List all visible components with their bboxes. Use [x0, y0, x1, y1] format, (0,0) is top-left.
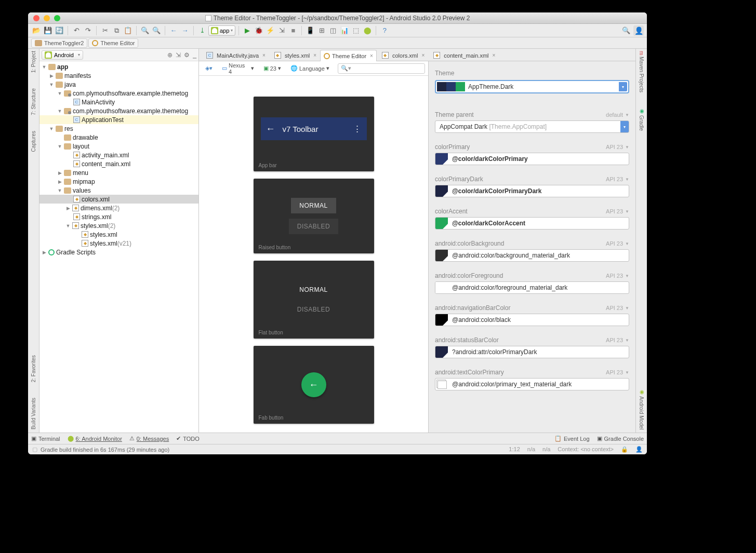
tree-node[interactable]: ▼com.plymouthsoftware.example.themetog — [39, 106, 198, 115]
tab-todo[interactable]: ✔ TODO — [176, 435, 200, 442]
device-selector[interactable]: ▭Nexus 4▾ — [219, 61, 257, 76]
search-input[interactable]: 🔍▾ — [338, 63, 425, 74]
lock-icon[interactable]: 🔒 — [621, 446, 628, 453]
hector-icon[interactable]: 👤 — [635, 446, 643, 453]
tab-terminal[interactable]: ▣ Terminal — [31, 435, 60, 442]
target-icon[interactable]: ⊕ — [167, 51, 173, 59]
parent-selector[interactable]: AppCompat Dark [Theme.AppCompat] ▾ — [435, 120, 629, 133]
layout-icon[interactable]: ◫ — [328, 25, 338, 36]
tree-node[interactable]: MainActivity — [39, 98, 198, 106]
tree-node[interactable]: ▼com.plymouthsoftware.example.themetog — [39, 89, 198, 98]
attr-value-field[interactable]: @color/darkColorPrimary — [435, 153, 629, 165]
android-monitor-icon[interactable]: 📊 — [339, 25, 350, 36]
tree-node[interactable]: ▼layout — [39, 142, 198, 151]
tab-favorites[interactable]: 2: Favorites — [31, 355, 36, 382]
attr-value-field[interactable]: @android:color/foreground_material_dark — [435, 281, 629, 294]
sdk-icon[interactable]: ⊞ — [316, 25, 327, 36]
minimize-button[interactable] — [44, 15, 50, 21]
attr-value-field[interactable]: @android:color/primary_text_material_dar… — [435, 378, 629, 390]
tab-colors[interactable]: colors.xml× — [377, 49, 428, 61]
tab-event-log[interactable]: 📋 Event Log — [554, 435, 590, 442]
undo-icon[interactable]: ↶ — [71, 25, 82, 36]
chevron-down-icon[interactable]: ▼ — [625, 370, 629, 375]
chevron-down-icon[interactable]: ▼ — [625, 274, 629, 278]
close-icon[interactable]: × — [313, 52, 316, 58]
replace-icon[interactable]: 🔍 — [151, 25, 162, 36]
redo-icon[interactable]: ↷ — [83, 25, 93, 36]
tree-node[interactable]: ▼values — [39, 186, 198, 195]
tab-captures[interactable]: Captures — [31, 131, 36, 152]
tree-node[interactable]: ApplicationTest — [39, 115, 198, 124]
tree-node[interactable]: ▶dimens.xml (2) — [39, 204, 198, 212]
tab-gradle[interactable]: ◉Gradle — [639, 108, 644, 131]
cut-icon[interactable]: ✂ — [100, 25, 110, 36]
tree-node-app[interactable]: ▼app — [39, 62, 198, 71]
tab-maven[interactable]: mMaven Projects — [639, 51, 644, 92]
tab-mainactivity[interactable]: MainActivity.java× — [201, 49, 269, 61]
tree-node[interactable]: activity_main.xml — [39, 151, 198, 159]
tab-messages[interactable]: ⚠ 0: Messages — [129, 435, 169, 442]
debug-icon[interactable]: 🐞 — [254, 25, 264, 36]
zoom-button[interactable] — [54, 15, 60, 21]
tab-structure[interactable]: 7: Structure — [31, 88, 36, 115]
api-selector[interactable]: ▣23▾ — [260, 64, 284, 73]
close-icon[interactable]: × — [370, 53, 373, 59]
apply-icon[interactable]: ⚡ — [265, 25, 275, 36]
attr-value-field[interactable]: @android:color/background_material_dark — [435, 249, 629, 262]
capture-icon[interactable]: ⬚ — [351, 25, 361, 36]
tab-content-main[interactable]: content_main.xml× — [428, 49, 499, 61]
collapse-icon[interactable]: ⇲ — [176, 51, 181, 59]
chevron-down-icon[interactable]: ▼ — [625, 241, 629, 246]
breadcrumb-theme-editor[interactable]: Theme Editor — [88, 38, 138, 48]
tree-node[interactable]: ▼java — [39, 80, 198, 89]
tree-node[interactable]: ▶menu — [39, 168, 198, 177]
tree-node[interactable]: ▼styles.xml (2) — [39, 221, 198, 230]
chevron-down-icon[interactable]: ▼ — [625, 306, 629, 311]
close-button[interactable] — [33, 15, 39, 21]
attr-value-field[interactable]: ?android:attr/colorPrimaryDark — [435, 346, 629, 358]
tab-build-variants[interactable]: Build Variants — [31, 398, 36, 429]
tree-node-selected[interactable]: colors.xml — [39, 195, 198, 204]
chevron-down-icon[interactable]: ▼ — [625, 177, 629, 182]
open-icon[interactable]: 📂 — [31, 25, 42, 36]
avd-icon[interactable]: 📱 — [305, 25, 315, 36]
forward-icon[interactable]: → — [180, 25, 190, 36]
project-tree[interactable]: ▼app ▶manifests ▼java ▼com.plymouthsoftw… — [39, 61, 198, 433]
orientation-icon[interactable]: ◈▾ — [202, 64, 216, 73]
make-icon[interactable]: ⤓ — [197, 25, 207, 36]
tree-node[interactable]: styles.xml — [39, 230, 198, 239]
search-everywhere-icon[interactable]: 🔍 — [621, 25, 631, 36]
attach-icon[interactable]: ⇲ — [276, 25, 287, 36]
module-selector[interactable]: app▾ — [208, 25, 235, 36]
project-view-selector[interactable]: Android▾ — [42, 50, 83, 60]
tab-styles[interactable]: styles.xml× — [269, 49, 320, 61]
tree-node[interactable]: ▶mipmap — [39, 177, 198, 186]
chevron-down-icon[interactable]: ▼ — [625, 113, 629, 117]
tab-android-monitor[interactable]: ⬤ 6: Android Monitor — [68, 435, 122, 442]
close-icon[interactable]: × — [493, 52, 496, 58]
tree-node[interactable]: styles.xml (v21) — [39, 239, 198, 248]
save-icon[interactable]: 💾 — [43, 25, 53, 36]
tree-node[interactable]: ▼res — [39, 124, 198, 133]
hide-icon[interactable]: ⎯ — [193, 51, 196, 59]
paste-icon[interactable]: 📋 — [123, 25, 133, 36]
language-selector[interactable]: 🌐Language▾ — [287, 64, 333, 73]
tree-node-gradle[interactable]: ▶Gradle Scripts — [39, 248, 198, 257]
tab-android-model[interactable]: ◉Android Model — [639, 389, 644, 429]
android-small-icon[interactable]: ⬤ — [362, 25, 373, 36]
chevron-down-icon[interactable]: ▼ — [625, 145, 629, 150]
tree-node[interactable]: strings.xml — [39, 212, 198, 221]
attr-value-field[interactable]: @color/darkColorPrimaryDark — [435, 185, 629, 197]
chevron-down-icon[interactable]: ▼ — [625, 209, 629, 214]
attr-value-field[interactable]: @android:color/black — [435, 314, 629, 326]
chevron-down-icon[interactable]: ▼ — [625, 338, 629, 343]
breadcrumb-project[interactable]: ThemeToggler2 — [31, 38, 87, 48]
theme-selector[interactable]: AppTheme.Dark ▾ — [435, 80, 629, 93]
tab-project[interactable]: 1: Project — [31, 51, 36, 73]
attr-value-field[interactable]: @color/darkColorAccent — [435, 217, 629, 230]
tree-node[interactable]: ▶manifests — [39, 71, 198, 80]
copy-icon[interactable]: ⧉ — [111, 25, 122, 36]
sync-icon[interactable]: 🔄 — [54, 25, 64, 36]
find-icon[interactable]: 🔍 — [140, 25, 150, 36]
help-icon[interactable]: ? — [379, 25, 390, 36]
